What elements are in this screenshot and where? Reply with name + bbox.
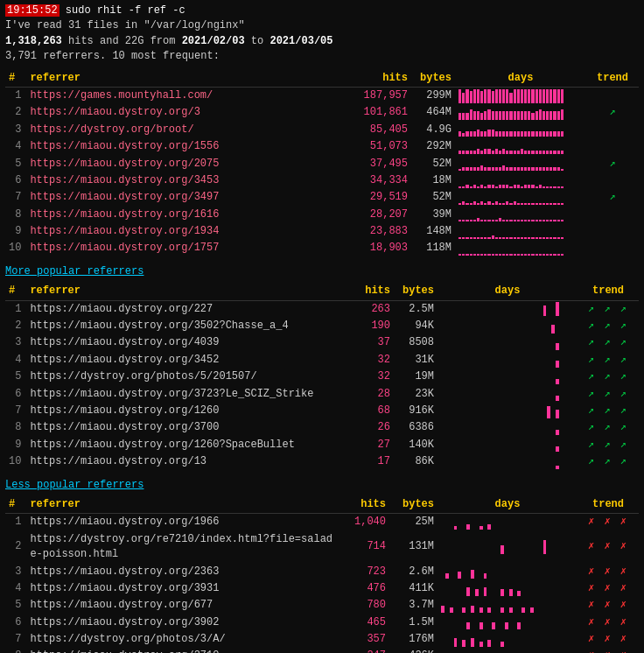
referrer-url[interactable]: https://miaou.dystroy.org/1966 [26,514,341,531]
hits-value: 28 [350,386,394,403]
col-hits2: hits [350,283,394,300]
col-referrer: referrer [26,70,350,88]
table-row: 9 https://miaou.dystroy.org/1260?SpaceBu… [5,437,639,453]
trend-value: ✗ ✗ ✗ [578,614,639,631]
hits-value: 347 [341,648,389,653]
row-num: 6 [5,614,26,631]
referrer-url[interactable]: https://miaou.dystroy.org/3497 [26,189,350,206]
row-num: 5 [5,156,26,172]
hits-value: 37,495 [350,156,411,172]
hits-value: 190 [350,318,394,334]
referrer-url[interactable]: https://dystroy.org/photos/3/A/ [26,631,341,648]
referrer-url[interactable]: https://miaou.dystroy.org/3 [26,104,350,121]
trend-value [586,172,639,189]
trend-value: ↗ [586,104,639,121]
referrer-url[interactable]: https://miaou.dystroy.org/3502?Chasse_a_… [26,318,350,334]
bytes-value: 8508 [394,334,438,351]
referrer-url[interactable]: https://miaou.dystroy.org/677 [26,597,341,614]
referrer-url[interactable]: https://miaou.dystroy.org/1260?SpaceBull… [26,437,350,453]
row-num: 10 [5,240,26,256]
referrer-url[interactable]: https://miaou.dystroy.org/3931 [26,580,341,597]
days-cell [438,648,578,653]
referrer-url[interactable]: https://miaou.dystroy.org/1556 [26,138,350,155]
hits-value: 723 [341,564,389,580]
row-num: 8 [5,207,26,223]
hits-value: 476 [341,580,389,597]
trend-value: ✗ ✗ ✗ [578,648,639,653]
row-num: 7 [5,189,26,206]
days-cell [438,597,578,614]
table-row: 3 https://miaou.dystroy.org/2363 723 2.6… [5,564,639,580]
row-num: 3 [5,334,26,351]
referrer-url[interactable]: https://miaou.dystroy.org/2075 [26,156,350,172]
less-popular-link[interactable]: Less popular referrers [5,478,639,493]
referrer-url[interactable]: https://miaou.dystroy.org/1260 [26,403,350,419]
hits-count: 1,318,263 [5,35,62,47]
row-num: 4 [5,138,26,155]
table-row: 4 https://miaou.dystroy.org/3931 476 411… [5,580,639,597]
referrer-url[interactable]: https://miaou.dystroy.org/1757 [26,240,350,256]
hits-value: 263 [350,300,394,318]
bytes-value: 916K [394,403,438,419]
bytes-value: 94K [394,318,438,334]
referrer-url[interactable]: https://miaou.dystroy.org/3723?Le_SCIZ_S… [26,386,350,403]
table-row: 4 https://miaou.dystroy.org/3452 32 31K … [5,352,639,369]
days-cell [438,386,578,403]
days-cell [455,207,586,223]
bytes-value: 148M [411,223,455,240]
referrer-url[interactable]: https://dystroy.org/re7210/index.html?fi… [26,531,341,564]
referrer-url[interactable]: https://miaou.dystroy.org/1616 [26,207,350,223]
row-num: 7 [5,631,26,648]
days-cell [455,189,586,206]
days-cell [438,531,578,564]
referrer-url[interactable]: https://miaou.dystroy.org/3452 [26,352,350,369]
referrer-url[interactable]: https://miaou.dystroy.org/3902 [26,614,341,631]
bytes-value: 299M [411,87,455,104]
table-row: 2 https://miaou.dystroy.org/3502?Chasse_… [5,318,639,334]
referrer-url[interactable]: https://miaou.dystroy.org/13 [26,453,350,470]
hits-value: 37 [350,334,394,351]
referrer-url[interactable]: https://miaou.dystroy.org/3453 [26,172,350,189]
referrer-url[interactable]: https://miaou.dystroy.org/3710 [26,648,341,653]
row-num: 8 [5,419,26,436]
bytes-value: 426K [389,648,438,653]
table-row: 8 https://miaou.dystroy.org/1616 28,207 … [5,207,639,223]
days-cell [455,172,586,189]
hits-value: 51,073 [350,138,411,155]
bytes-value: 2.5M [394,300,438,318]
timestamp: 19:15:52 [5,4,60,17]
table-row: 9 https://miaou.dystroy.org/1934 23,883 … [5,223,639,240]
table-row: 10 https://miaou.dystroy.org/13 17 86K ↗… [5,453,639,470]
days-cell [438,614,578,631]
row-num: 1 [5,87,26,104]
col-days2: days [438,283,578,300]
bytes-value: 6386 [394,419,438,436]
hits-value: 1,040 [341,514,389,531]
referrer-url[interactable]: https://miaou.dystroy.org/1934 [26,223,350,240]
bytes-value: 25M [389,514,438,531]
date-from: 2021/02/03 [182,35,245,47]
referrer-url[interactable]: https://dystroy.org/photos/5/201507/ [26,369,350,385]
referrer-url[interactable]: https://miaou.dystroy.org/2363 [26,564,341,580]
days-cell [455,240,586,256]
table-row: 7 https://miaou.dystroy.org/1260 68 916K… [5,403,639,419]
col-trend3: trend [578,496,639,514]
hits-value: 357 [341,631,389,648]
referrer-url[interactable]: https://miaou.dystroy.org/227 [26,300,350,318]
col-days: days [455,70,586,88]
days-cell [438,514,578,531]
top-referrers-table: # referrer hits bytes days trend 1 https… [5,70,639,257]
days-cell [438,453,578,470]
referrer-url[interactable]: https://miaou.dystroy.org/3700 [26,419,350,436]
more-popular-link[interactable]: More popular referrers [5,264,639,279]
referrer-url[interactable]: https://miaou.dystroy.org/4039 [26,334,350,351]
row-num: 10 [5,453,26,470]
days-cell [455,223,586,240]
table-row: 6 https://miaou.dystroy.org/3453 34,334 … [5,172,639,189]
referrer-url[interactable]: https://dystroy.org/broot/ [26,122,350,138]
referrer-url[interactable]: https://games.mountyhall.com/ [26,87,350,104]
more-popular-table: # referrer hits bytes days trend 1 https… [5,283,639,470]
table-row: 4 https://miaou.dystroy.org/1556 51,073 … [5,138,639,155]
trend-value: ↗ [586,189,639,206]
bytes-value: 464M [411,104,455,121]
